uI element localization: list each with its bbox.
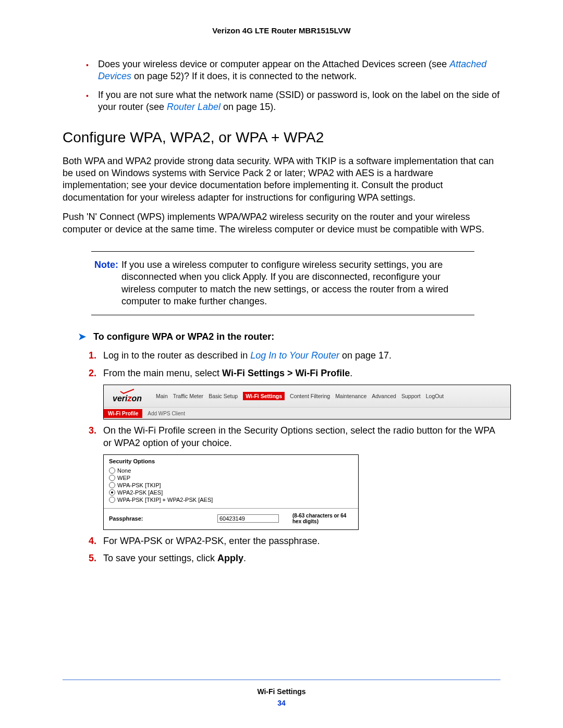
list-item: • If you are not sure what the network n… (86, 89, 500, 114)
step-item: 2. From the main menu, select Wi-Fi Sett… (89, 367, 500, 379)
security-option-label: None (117, 467, 131, 474)
bullet-icon: • (86, 60, 89, 83)
page-footer: Wi-Fi Settings 34 (0, 680, 563, 707)
step-text-bold: Wi-Fi Settings > Wi-Fi Profile (222, 368, 350, 378)
step-text: For WPA-PSK or WPA2-PSK, enter the passp… (103, 535, 500, 547)
section-heading: Configure WPA, WPA2, or WPA + WPA2 (63, 129, 500, 146)
bullet-text: If you are not sure what the network nam… (98, 90, 499, 112)
step-text: To save your settings, click (103, 553, 217, 563)
nav-tab[interactable]: Content Filtering (290, 393, 330, 399)
list-item: • Does your wireless device or computer … (86, 58, 500, 83)
step-text: From the main menu, select (103, 368, 222, 378)
step-text: on page 17. (339, 350, 391, 361)
nav-tab[interactable]: Advanced (372, 393, 396, 399)
bullet-text: on page 52)? If it does, it is connected… (131, 71, 357, 81)
security-option-label: WPA2-PSK [AES] (117, 489, 163, 496)
step-number: 4. (89, 535, 103, 547)
nav-subtab[interactable]: Add WPS Client (142, 411, 190, 416)
radio-icon (109, 489, 115, 496)
security-option[interactable]: WEP (109, 475, 353, 481)
note-box: Note: If you use a wireless computer to … (91, 251, 474, 316)
security-option[interactable]: WPA-PSK [TKIP] + WPA2-PSK [AES] (109, 497, 353, 503)
radio-icon (109, 475, 115, 481)
security-option[interactable]: None (109, 467, 353, 474)
passphrase-input[interactable] (217, 514, 279, 523)
nav-tab[interactable]: Main (156, 393, 168, 399)
step-text: . (350, 368, 352, 378)
security-option-label: WPA-PSK [TKIP] (117, 482, 161, 488)
page-header: Verizon 4G LTE Router MBR1515LVW (63, 26, 500, 35)
note-label: Note: (94, 259, 118, 308)
nav-tab[interactable]: LogOut (426, 393, 444, 399)
link-router-label[interactable]: Router Label (167, 102, 221, 112)
procedure-title: ➤ To configure WPA or WPA2 in the router… (78, 331, 500, 342)
step-item: 5. To save your settings, click Apply. (89, 552, 500, 564)
chevron-right-icon: ➤ (78, 331, 86, 342)
verizon-logo: verizon (104, 389, 151, 403)
radio-icon (109, 482, 115, 488)
security-option[interactable]: WPA-PSK [TKIP] (109, 482, 353, 488)
link-log-in[interactable]: Log In to Your Router (250, 350, 339, 361)
radio-icon (109, 467, 115, 474)
bullet-text: Does your wireless device or computer ap… (98, 59, 449, 69)
step-number: 3. (89, 425, 103, 449)
bullet-icon: • (86, 91, 89, 114)
step-text-bold: Apply (217, 553, 243, 563)
security-options-title: Security Options (109, 458, 353, 464)
step-text: On the Wi-Fi Profile screen in the Secur… (103, 425, 500, 449)
step-number: 1. (89, 350, 103, 362)
embedded-router-nav: verizon MainTraffic MeterBasic SetupWi-F… (103, 385, 511, 419)
passphrase-hint: (8-63 characters or 64 hex digits) (292, 513, 353, 524)
nav-subtab[interactable]: Wi-Fi Profile (104, 409, 142, 418)
procedure-title-text: To configure WPA or WPA2 in the router: (93, 331, 274, 342)
nav-tab[interactable]: Traffic Meter (173, 393, 203, 399)
embedded-security-options: Security Options NoneWEPWPA-PSK [TKIP]WP… (103, 454, 359, 530)
step-item: 1. Log in to the router as described in … (89, 350, 500, 362)
step-text: Log in to the router as described in (103, 350, 250, 361)
step-number: 2. (89, 367, 103, 379)
step-item: 4. For WPA-PSK or WPA2-PSK, enter the pa… (89, 535, 500, 547)
security-option-label: WPA-PSK [TKIP] + WPA2-PSK [AES] (117, 497, 213, 503)
page-number: 34 (0, 699, 563, 707)
note-text: If you use a wireless computer to config… (121, 259, 469, 308)
step-text: . (243, 553, 246, 563)
bullet-text: on page 15). (221, 102, 276, 112)
security-option[interactable]: WPA2-PSK [AES] (109, 489, 353, 496)
radio-icon (109, 497, 115, 503)
paragraph: Both WPA and WPA2 provide strong data se… (63, 155, 500, 204)
nav-tab[interactable]: Wi-Fi Settings (243, 392, 285, 400)
nav-tab[interactable]: Maintenance (335, 393, 366, 399)
step-item: 3. On the Wi-Fi Profile screen in the Se… (89, 425, 500, 449)
footer-title: Wi-Fi Settings (0, 687, 563, 696)
nav-tab[interactable]: Basic Setup (209, 393, 238, 399)
passphrase-label: Passphrase: (109, 515, 145, 522)
security-option-label: WEP (117, 475, 130, 481)
step-number: 5. (89, 552, 103, 564)
paragraph: Push 'N' Connect (WPS) implements WPA/WP… (63, 211, 500, 236)
nav-tab[interactable]: Support (401, 393, 421, 399)
